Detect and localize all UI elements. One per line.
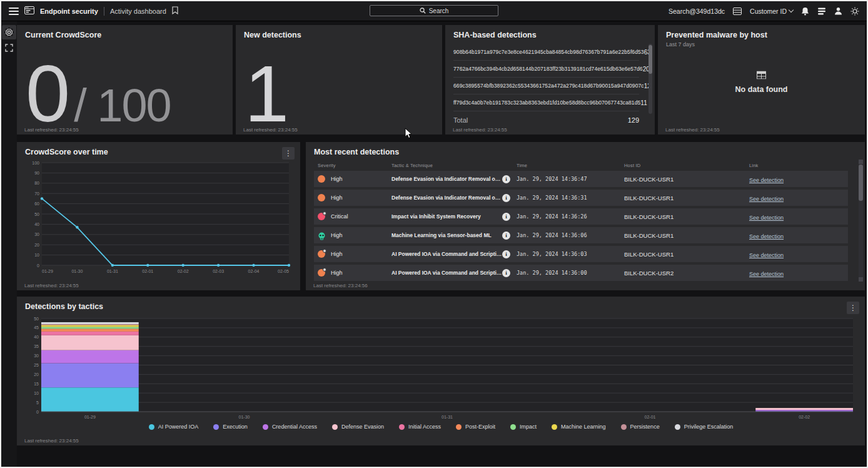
see-detection-link[interactable]: See detection [749,252,784,258]
legend-dot-icon [456,424,462,430]
technique-text: Machine Learning via Sensor-based ML [391,232,492,238]
kebab-menu-button[interactable]: ⋮ [282,147,295,160]
legend-item[interactable]: AI Powered IOA [149,424,199,430]
legend-item[interactable]: Impact [510,424,537,430]
sha-row[interactable]: 908b64b1971a979c7e3e8ce4621945cba84854cb… [453,44,639,61]
card-title: CrowdScore over time [25,148,292,156]
last-refreshed: Last refreshed: 23:24:56 [313,283,368,288]
technique-cell: Machine Learning via Sensor-based MLi [391,231,517,240]
info-icon[interactable]: i [502,213,510,221]
app-name[interactable]: Endpoint security [40,8,98,15]
dashboard-settings-gear-icon[interactable] [2,25,16,39]
legend-item[interactable]: Post-Exploit [456,424,495,430]
sha-row[interactable]: 669c3895574bfb3892362c55343661752a472a27… [453,78,639,94]
customer-id-menu[interactable]: Customer ID [750,8,793,15]
info-icon[interactable]: i [502,269,510,277]
time-cell: Jan. 29, 2024 14:36:00 [517,270,624,276]
notifications-bell-icon[interactable] [801,7,809,16]
top-bar: Endpoint security Activity dashboard Sea… [1,1,867,21]
crowdscore-over-time-card: CrowdScore over time ⋮ 01020304050607080… [17,142,300,290]
fullscreen-expand-icon[interactable] [2,41,16,55]
page-name[interactable]: Activity dashboard [110,8,166,15]
legend-dot-icon [510,424,516,430]
table-row: HighAI Powered IOA via Command and Scrip… [314,265,848,281]
time-cell: Jan. 29, 2024 14:36:26 [517,213,624,220]
query-panel-icon[interactable] [733,8,742,15]
see-detection-link[interactable]: See detection [749,215,784,221]
total-label: Total [453,116,468,124]
sha-scrollbar[interactable] [648,44,652,114]
sha-row[interactable]: ff79d3c4a0b7eb191783c323ab8363ebd1fd10be… [453,94,639,111]
sha-hash: ff79d3c4a0b7eb191783c323ab8363ebd1fd10be… [453,99,640,106]
legend-item[interactable]: Execution [213,424,248,430]
svg-text:02-02: 02-02 [178,269,189,273]
legend-label: Post-Exploit [465,424,495,430]
sha-list: 908b64b1971a979c7e3e8ce4621945cba84854cb… [453,44,639,111]
activity-dashboard-screen: Endpoint security Activity dashboard Sea… [0,0,868,468]
info-icon[interactable]: i [502,250,510,258]
legend-item[interactable]: Privilege Escalation [675,424,734,430]
hamburger-menu-icon[interactable] [9,8,19,15]
left-rail [1,21,17,468]
severity-cell: High [318,175,391,183]
legend-item[interactable]: Defense Evasion [332,424,384,430]
legend-dot-icon [213,424,219,430]
svg-text:01-30: 01-30 [71,269,83,273]
info-icon[interactable]: i [502,194,510,202]
global-search-box[interactable]: Search [370,5,498,16]
technique-text: Impact via Inhibit System Recovery [391,213,481,220]
legend-item[interactable]: Credential Access [263,424,317,430]
search-context-label[interactable]: Search@349d13dc [669,8,725,15]
app-logo-icon[interactable] [24,6,34,17]
legend-item[interactable]: Machine Learning [552,424,606,430]
top-bar-left: Endpoint security Activity dashboard [9,6,178,17]
svg-text:40: 40 [34,335,39,339]
severity-cell: High [318,250,391,258]
svg-text:0: 0 [37,263,39,268]
table-scrollbar[interactable] [859,160,863,282]
activity-feed-icon[interactable] [817,8,826,15]
time-cell: Jan. 29, 2024 14:36:03 [517,251,624,257]
svg-text:02-01: 02-01 [142,269,153,273]
severity-label: High [331,195,343,201]
info-icon[interactable]: i [502,175,510,183]
technique-cell: AI Powered IOA via Command and Scripting… [391,269,517,277]
technique-text: Defense Evasion via Indicator Removal on… [391,195,502,201]
user-profile-icon[interactable] [834,7,842,15]
sha-row[interactable]: 7762a4766bc394b4cb2d658144b207183ff23b31… [453,61,639,78]
card-title: Detections by tactics [25,302,857,311]
legend-item[interactable]: Persistence [621,424,660,430]
legend-label: Execution [223,424,248,430]
column-header: Host ID [624,163,749,168]
card-title: Most recent detections [314,148,857,156]
last-refreshed: Last refreshed: 23:24:55 [665,127,720,133]
severity-icon [318,175,325,183]
bookmark-icon[interactable] [172,6,178,17]
info-icon[interactable]: i [502,231,510,240]
divider [104,7,104,16]
see-detection-link[interactable]: See detection [749,196,784,202]
legend-label: Credential Access [272,424,317,430]
theme-toggle-sun-icon[interactable] [850,7,859,16]
crowdscore-value: 0 [26,62,68,126]
svg-text:01-31: 01-31 [107,269,118,273]
last-refreshed: Last refreshed: 23:24:55 [24,283,79,288]
technique-cell: AI Powered IOA via Command and Scripting… [391,250,517,258]
table-body: HighDefense Evasion via Indicator Remova… [314,171,848,281]
legend-item[interactable]: Initial Access [399,424,441,430]
detections-by-tactics-card: Detections by tactics ⋮ 0510152025303540… [17,297,865,445]
table-header-row: SeverityTactic & TechniqueTimeHost IDLin… [314,160,848,171]
time-cell: Jan. 29, 2024 14:36:31 [517,195,624,201]
see-detection-link[interactable]: See detection [749,233,784,240]
svg-text:45: 45 [34,325,39,330]
svg-text:40: 40 [34,222,39,226]
legend-dot-icon [675,424,680,430]
last-refreshed: Last refreshed: 23:24:55 [24,127,79,133]
sha-hash: 669c3895574bfb3892362c55343661752a472a27… [453,83,644,89]
see-detection-link[interactable]: See detection [749,271,784,277]
kebab-menu-button[interactable]: ⋮ [847,302,859,314]
see-detection-link[interactable]: See detection [749,177,784,183]
host-id-cell: BILK-DUCK-USR2 [624,270,749,277]
severity-skull-icon [318,231,325,239]
svg-text:02-01: 02-01 [645,415,656,419]
